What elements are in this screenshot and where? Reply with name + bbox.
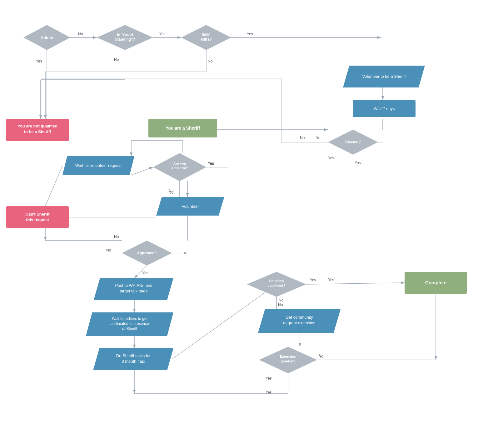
wait-volunteer-request: Wait for volunteer request	[62, 156, 134, 175]
svg-text:Wait for editors to get: Wait for editors to get	[112, 316, 147, 321]
extension-granted-diamond: Extension granted?	[259, 347, 317, 373]
svg-text:a neutral?: a neutral?	[172, 166, 188, 170]
svg-text:You are a Sheriff: You are a Sheriff	[166, 126, 200, 131]
svg-text:Yes: Yes	[328, 278, 334, 282]
svg-text:Wait 7 days: Wait 7 days	[374, 106, 395, 111]
svg-text:Yes: Yes	[355, 161, 361, 165]
svg-text:No: No	[114, 235, 119, 239]
svg-text:to grant extension: to grant extension	[283, 321, 315, 325]
svg-text:target talk page: target talk page	[120, 289, 148, 293]
approved-diamond: Approved?	[122, 241, 172, 266]
svg-text:In "Good: In "Good	[117, 33, 133, 37]
svg-text:granted?: granted?	[281, 359, 295, 363]
not-qualified-rect: You are not qualified to be a Sheriff	[6, 119, 69, 141]
situation-stabilized-diamond: Situation stabilized?	[247, 272, 306, 297]
svg-text:Can't Sheriff: Can't Sheriff	[26, 212, 50, 217]
get-community: Get community to grant extension	[258, 309, 341, 333]
svg-line-31	[131, 167, 153, 175]
svg-text:stabilized?: stabilized?	[268, 284, 286, 287]
svg-text:Yes: Yes	[36, 59, 42, 63]
volunteer-to-be-sheriff: Volunteer to be a Sheriff	[343, 66, 425, 87]
volunteer-parallelogram: Volunteer	[156, 197, 224, 216]
passed-yes-label: Yes	[328, 156, 334, 160]
svg-text:Do Sheriff tasks for: Do Sheriff tasks for	[116, 353, 151, 358]
svg-text:No: No	[278, 303, 283, 307]
svg-line-62	[45, 166, 62, 206]
svg-text:Admin: Admin	[41, 35, 53, 40]
extension-no-label: No	[319, 354, 324, 359]
you-are-sheriff-rect: You are a Sheriff	[148, 119, 217, 137]
svg-text:Complete: Complete	[425, 280, 446, 285]
svg-line-48	[172, 284, 276, 359]
svg-text:Passed?: Passed?	[345, 140, 361, 144]
wait-editors: Wait for editors to get acclimated to pr…	[86, 312, 173, 336]
passed-no-label: No	[300, 136, 305, 140]
svg-text:this request: this request	[26, 217, 49, 222]
svg-text:5000: 5000	[202, 33, 211, 37]
admin-diamond: Admin	[23, 25, 70, 50]
neutral-yes-label: Yes	[208, 161, 214, 166]
svg-text:Yes: Yes	[142, 271, 148, 275]
svg-text:acclimated to presence: acclimated to presence	[110, 321, 149, 326]
approved-no-label: No	[106, 248, 111, 252]
svg-text:No: No	[208, 59, 213, 63]
svg-text:No: No	[316, 136, 321, 140]
svg-line-49	[306, 283, 405, 284]
neutral-no-label: No	[169, 189, 174, 193]
post-wp-ani: Post to WP:AN/I and target talk page	[94, 278, 173, 300]
svg-text:Situation: Situation	[269, 279, 284, 283]
svg-text:No: No	[78, 32, 83, 36]
situation-yes-label: Yes	[310, 278, 316, 282]
svg-text:3 month max: 3 month max	[122, 359, 145, 364]
good-standing-diamond: In "Good Standing"?	[97, 25, 153, 50]
svg-text:of Sheriff: of Sheriff	[122, 326, 137, 331]
do-sheriff-tasks: Do Sheriff tasks for 3 month max	[93, 348, 173, 370]
svg-text:Yes: Yes	[247, 32, 253, 36]
svg-text:You are not qualified: You are not qualified	[17, 124, 57, 128]
svg-text:Post to WP:AN/I and: Post to WP:AN/I and	[115, 283, 152, 288]
are-you-neutral-diamond: Are you a neutral?	[153, 153, 206, 181]
svg-text:Get community: Get community	[286, 315, 313, 320]
passed-diamond: Passed?	[328, 130, 378, 155]
svg-text:Are you: Are you	[173, 162, 186, 165]
svg-text:Standing"?: Standing"?	[115, 37, 135, 42]
svg-rect-90	[6, 206, 69, 228]
wait-7-days: Wait 7 days	[353, 100, 416, 117]
svg-text:Yes: Yes	[266, 390, 272, 395]
svg-text:Yes: Yes	[159, 32, 166, 36]
cant-sheriff-rect: Can't Sheriff this request	[6, 206, 69, 228]
svg-text:Approved?: Approved?	[137, 251, 157, 255]
extension-yes-label: Yes	[266, 376, 272, 381]
svg-text:Volunteer: Volunteer	[182, 204, 199, 209]
svg-text:Wait for volunteer request: Wait for volunteer request	[75, 163, 122, 168]
situation-no-label: No	[279, 298, 284, 302]
svg-text:to be a Sheriff: to be a Sheriff	[24, 129, 51, 134]
svg-text:Extension: Extension	[280, 355, 296, 358]
edits-5000-diamond: 5000 edits?	[181, 25, 231, 50]
svg-text:edits?: edits?	[201, 37, 212, 42]
complete-rect: Complete	[405, 272, 467, 294]
svg-text:Volunteer to be a Sheriff: Volunteer to be a Sheriff	[362, 74, 406, 79]
svg-text:No: No	[114, 57, 119, 62]
